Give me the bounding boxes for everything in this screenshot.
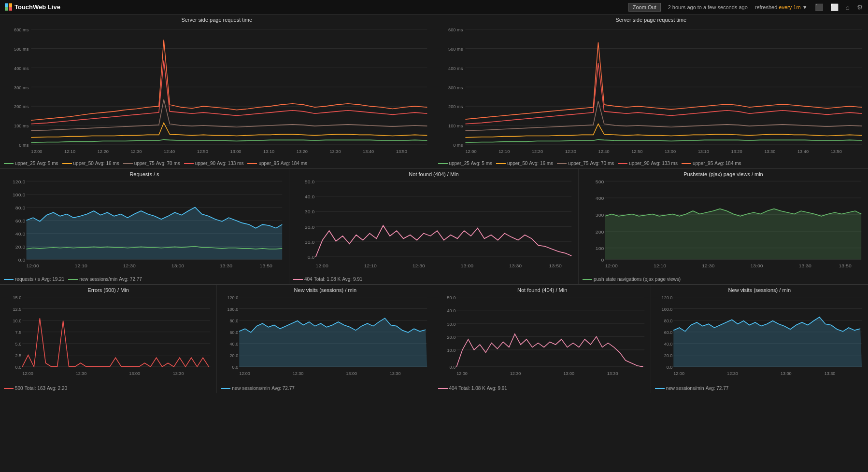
svg-text:300 ms: 300 ms (448, 84, 463, 90)
chart-title-1: Server side page request time (4, 17, 430, 23)
svg-text:500 ms: 500 ms (14, 46, 28, 52)
svg-text:12:00: 12:00 (605, 263, 618, 268)
chart-server-req-1: Server side page request time 600 ms 500… (0, 14, 434, 168)
chart-svg-push: 500 400 300 200 100 0 12:00 12:10 12:30 … (583, 179, 864, 275)
chart-svg-500: 15.0 12.5 10.0 7.5 5.0 2.5 0.0 12:00 12:… (4, 294, 213, 384)
svg-text:13:30: 13:30 (799, 263, 812, 268)
legend2-upper90: upper_90 Avg: 133 ms (618, 161, 678, 166)
chart-area-404: 50.0 40.0 30.0 20.0 10.0 0.0 12:00 12:10… (293, 179, 574, 275)
svg-text:13:50: 13:50 (396, 149, 407, 154)
svg-text:100.0: 100.0 (228, 306, 239, 312)
svg-text:200 ms: 200 ms (14, 104, 28, 109)
chart-title-500: Errors (500) / Min (4, 287, 213, 293)
svg-text:10.0: 10.0 (305, 239, 315, 245)
svg-text:30.0: 30.0 (447, 321, 455, 326)
svg-text:12:30: 12:30 (413, 263, 426, 268)
logo-icon (5, 3, 12, 11)
legend-upper75: upper_75 Avg: 70 ms (123, 161, 180, 166)
svg-text:500 ms: 500 ms (448, 46, 463, 52)
legend-nv2-item: new sessions/min Avg: 72.77 (655, 386, 729, 391)
legend2-upper75: upper_75 Avg: 70 ms (557, 161, 614, 166)
svg-text:13:00: 13:00 (230, 149, 241, 154)
legend2-upper95: upper_95 Avg: 184 ms (682, 161, 741, 166)
svg-text:5.0: 5.0 (15, 341, 22, 347)
svg-text:12:30: 12:30 (727, 371, 738, 376)
svg-text:20.0: 20.0 (15, 244, 26, 250)
svg-text:80.0: 80.0 (230, 318, 239, 323)
svg-marker-181 (673, 317, 862, 367)
svg-text:0.0: 0.0 (666, 364, 672, 370)
chart-title-2: Server side page request time (438, 17, 865, 23)
svg-text:12:30: 12:30 (293, 371, 304, 376)
legend-500: 500 Total: 163 Avg: 2.20 (4, 386, 213, 391)
svg-text:13:30: 13:30 (173, 371, 184, 376)
svg-text:12:10: 12:10 (64, 149, 75, 154)
svg-text:40.0: 40.0 (664, 341, 672, 347)
legend2-upper50: upper_50 Avg: 16 ms (496, 161, 553, 166)
svg-text:12:00: 12:00 (22, 371, 33, 376)
chart-area-404-r3: 50.0 40.0 30.0 20.0 10.0 0.0 12:00 12:30… (438, 294, 647, 384)
svg-text:12:30: 12:30 (565, 149, 576, 154)
svg-text:12:40: 12:40 (598, 149, 609, 154)
svg-text:12:20: 12:20 (531, 149, 542, 154)
share-icon[interactable]: ⬜ (830, 3, 839, 11)
legend-2: upper_25 Avg: 5 ms upper_50 Avg: 16 ms u… (438, 161, 865, 166)
svg-text:12:30: 12:30 (130, 149, 142, 154)
chart-new-visits-2: New visits (sessions) / min 120.0 100.0 … (651, 285, 868, 393)
svg-text:120.0: 120.0 (661, 294, 672, 300)
row-2: Requests / s 120.0 100.0 80.0 60.0 40.0 … (0, 169, 868, 285)
svg-text:120.0: 120.0 (13, 179, 26, 184)
svg-text:13:00: 13:00 (171, 263, 185, 268)
svg-text:12:20: 12:20 (98, 149, 109, 154)
refresh-label: refreshed every 1m ▼ (755, 4, 808, 10)
row-1: Server side page request time 600 ms 500… (0, 14, 868, 169)
legend-req-s: requests / s Avg: 19.21 (4, 277, 64, 282)
svg-text:13:30: 13:30 (220, 263, 233, 268)
app-logo: TouchWeb Live (5, 3, 60, 11)
svg-text:12:10: 12:10 (498, 149, 510, 154)
refresh-dropdown-icon[interactable]: ▼ (802, 4, 808, 10)
save-icon[interactable]: ⬛ (815, 3, 823, 11)
svg-text:12:30: 12:30 (76, 371, 87, 376)
svg-text:80.0: 80.0 (15, 205, 26, 210)
svg-text:13:20: 13:20 (297, 149, 308, 154)
legend-color (184, 163, 194, 164)
legend-500-item: 500 Total: 163 Avg: 2.20 (4, 386, 67, 391)
app-title: TouchWeb Live (14, 3, 60, 11)
legend-1: upper_25 Avg: 5 ms upper_50 Avg: 16 ms u… (4, 161, 430, 166)
legend-nv1: new sessions/min Avg: 72.77 (221, 386, 429, 391)
legend-color (123, 163, 133, 164)
svg-text:15.0: 15.0 (13, 294, 22, 300)
svg-text:13:00: 13:00 (781, 371, 792, 376)
svg-text:20.0: 20.0 (230, 353, 239, 358)
svg-text:40.0: 40.0 (15, 231, 26, 236)
chart-area-1: 600 ms 500 ms 400 ms 300 ms 200 ms 100 m… (4, 24, 430, 159)
svg-text:500: 500 (596, 179, 604, 184)
chart-500: Errors (500) / Min 15.0 12.5 10.0 7.5 5.… (0, 285, 217, 393)
chart-title-req: Requests / s (4, 171, 285, 177)
header-controls: Zoom Out 2 hours ago to a few seconds ag… (628, 3, 863, 12)
chart-title-push: Pushstate (pjax) page views / min (583, 171, 864, 177)
zoom-out-button[interactable]: Zoom Out (628, 3, 661, 12)
chart-title-nv2: New visits (sessions) / min (655, 287, 864, 293)
svg-text:7.5: 7.5 (15, 330, 22, 335)
header: TouchWeb Live Zoom Out 2 hours ago to a … (0, 0, 868, 14)
svg-text:300: 300 (596, 212, 604, 218)
legend-nv1-item: new sessions/min Avg: 72.77 (221, 386, 295, 391)
svg-text:12:00: 12:00 (316, 263, 329, 268)
home-icon[interactable]: ⌂ (846, 3, 850, 11)
svg-text:30.0: 30.0 (305, 209, 315, 215)
svg-text:13:40: 13:40 (363, 149, 374, 154)
svg-text:0: 0 (601, 257, 604, 263)
svg-text:12:00: 12:00 (673, 371, 684, 376)
chart-new-visits-1: New visits (sessions) / min 120.0 100.0 … (217, 285, 434, 393)
chart-requests-s: Requests / s 120.0 100.0 80.0 60.0 40.0 … (0, 169, 289, 284)
svg-text:2.5: 2.5 (15, 353, 22, 358)
row-3: Errors (500) / Min 15.0 12.5 10.0 7.5 5.… (0, 285, 868, 393)
svg-text:12:00: 12:00 (456, 371, 468, 376)
settings-icon[interactable]: ⚙ (857, 3, 863, 11)
refresh-rate[interactable]: every 1m (779, 4, 800, 10)
svg-text:100 ms: 100 ms (448, 123, 463, 128)
svg-text:20.0: 20.0 (447, 334, 455, 340)
chart-title-404-r3: Not found (404) / Min (438, 287, 647, 293)
